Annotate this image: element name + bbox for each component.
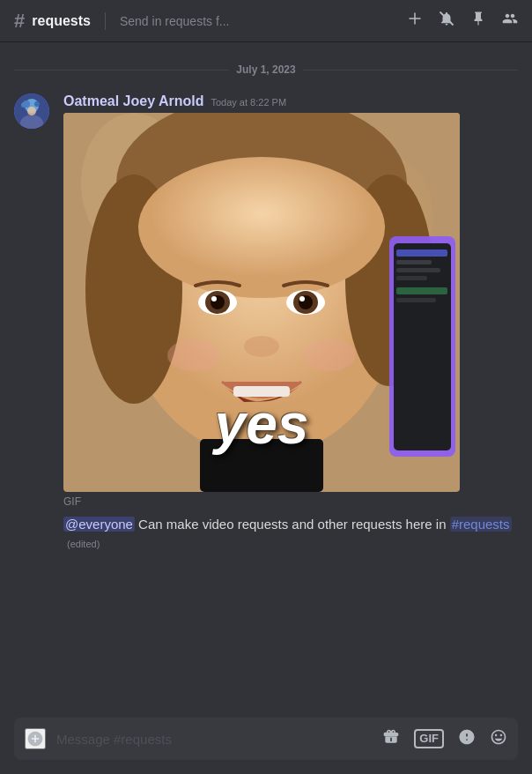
message-input-area: GIF [0, 718, 532, 774]
gif-button[interactable]: GIF [414, 729, 444, 748]
sticker-icon[interactable] [458, 728, 476, 750]
chat-area: July 1, 2023 Oatmeal Joey Arnold Today a… [0, 42, 532, 718]
svg-rect-34 [396, 268, 440, 272]
gif-placeholder: yes [63, 113, 460, 492]
svg-point-28 [303, 339, 356, 371]
message-timestamp: Today at 8:22 PM [211, 97, 286, 108]
svg-point-7 [27, 107, 36, 115]
svg-point-5 [34, 101, 40, 107]
add-channel-icon[interactable] [407, 11, 423, 31]
message-group: Oatmeal Joey Arnold Today at 8:22 PM [0, 90, 532, 555]
divider-line-right [303, 70, 518, 71]
svg-point-24 [299, 296, 305, 301]
channel-topic: Send in requests f... [120, 14, 400, 28]
message-content: Oatmeal Joey Arnold Today at 8:22 PM [63, 93, 518, 552]
svg-point-25 [244, 336, 279, 357]
svg-point-20 [211, 296, 217, 301]
message-input[interactable] [56, 732, 372, 747]
message-author[interactable]: Oatmeal Joey Arnold [63, 93, 203, 109]
date-divider: July 1, 2023 [0, 49, 532, 90]
gif-caption-text: yes [215, 391, 309, 457]
svg-rect-6 [21, 102, 28, 108]
emoji-icon[interactable] [490, 728, 507, 750]
svg-rect-33 [396, 260, 432, 264]
svg-rect-31 [394, 243, 451, 450]
members-icon[interactable] [502, 11, 518, 31]
edited-label: (edited) [67, 539, 100, 549]
svg-rect-35 [396, 276, 427, 280]
date-label: July 1, 2023 [236, 63, 295, 76]
message-header: Oatmeal Joey Arnold Today at 8:22 PM [63, 93, 518, 109]
gif-container: yes GIF [63, 113, 518, 508]
svg-rect-37 [396, 298, 436, 302]
svg-rect-32 [396, 249, 447, 257]
hash-icon: # [14, 10, 25, 33]
everyone-mention[interactable]: @everyone [63, 517, 135, 532]
gif-image[interactable]: yes [63, 113, 460, 492]
add-attachment-button[interactable] [25, 728, 46, 749]
gif-label: GIF [63, 495, 518, 508]
svg-point-27 [167, 339, 220, 371]
avatar[interactable] [14, 93, 49, 129]
svg-rect-36 [396, 287, 447, 294]
header-actions [407, 11, 518, 31]
channel-name[interactable]: requests [32, 13, 91, 29]
gift-icon[interactable] [382, 728, 400, 750]
mute-icon[interactable] [439, 11, 454, 31]
message-text: @everyone Can make video requests and ot… [63, 515, 518, 552]
channel-header: # requests Send in requests f... [0, 0, 532, 42]
input-toolbar: GIF [382, 728, 507, 750]
message-body: Can make video requests and other reques… [138, 517, 446, 532]
message-input-container: GIF [14, 718, 518, 760]
header-divider [105, 12, 106, 30]
channel-mention[interactable]: #requests [450, 517, 512, 532]
svg-point-16 [138, 157, 385, 298]
pin-icon[interactable] [470, 11, 486, 31]
divider-line-left [14, 70, 229, 71]
